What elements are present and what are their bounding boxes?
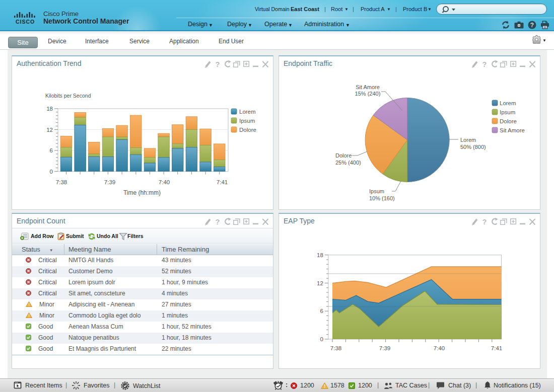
svg-text:6: 6 [50, 147, 53, 153]
svg-text:7:39: 7:39 [104, 179, 115, 185]
svg-text:Lorem: Lorem [460, 137, 476, 143]
svg-text:Sit Amore: Sit Amore [500, 127, 525, 133]
svg-text:Dolore: Dolore [239, 127, 256, 133]
svg-text:?: ? [530, 22, 534, 29]
svg-text:7:38: 7:38 [56, 179, 67, 185]
svg-text:7:41: 7:41 [217, 179, 228, 185]
svg-text:0: 0 [50, 169, 53, 175]
svg-text:Time (hh:mm): Time (hh:mm) [123, 189, 161, 196]
svg-text:?: ? [216, 218, 220, 225]
svg-text:50% (800): 50% (800) [460, 144, 486, 150]
svg-text:18: 18 [46, 106, 53, 112]
svg-text:7:40: 7:40 [159, 179, 170, 185]
svg-text:Sit Amore: Sit Amore [356, 84, 380, 90]
svg-text:Ipsum: Ipsum [500, 109, 515, 115]
svg-text:Dolore: Dolore [500, 118, 517, 124]
svg-text:7:38: 7:38 [330, 345, 341, 351]
svg-text:10% (160): 10% (160) [369, 195, 395, 201]
svg-text:7:41: 7:41 [491, 345, 502, 351]
svg-text:0: 0 [320, 336, 323, 342]
svg-text:Ipsum: Ipsum [369, 188, 384, 194]
svg-text:12: 12 [46, 127, 53, 133]
svg-text:7:40: 7:40 [434, 345, 445, 351]
svg-text:Lorem: Lorem [500, 100, 516, 106]
svg-text:Kilobits per Second: Kilobits per Second [45, 93, 91, 99]
svg-text:18: 18 [317, 252, 323, 258]
svg-text:Dolore: Dolore [335, 152, 352, 159]
svg-text:6: 6 [320, 308, 323, 314]
svg-text:15% (240): 15% (240) [355, 91, 381, 97]
svg-text:Ipsum: Ipsum [239, 118, 255, 124]
svg-text:Lorem: Lorem [239, 109, 256, 115]
svg-text:7:39: 7:39 [379, 345, 390, 351]
svg-text:25% (400): 25% (400) [335, 160, 361, 166]
svg-text:12: 12 [317, 280, 323, 286]
